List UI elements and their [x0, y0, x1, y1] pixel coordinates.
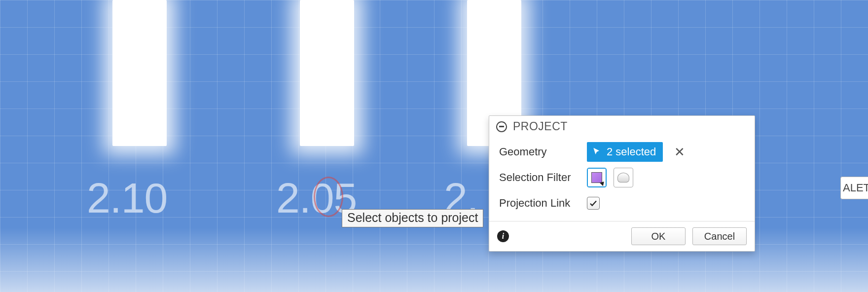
slot-shape	[112, 0, 167, 146]
dimension-value[interactable]: 2.10	[87, 174, 167, 222]
row-selection-filter: Selection Filter	[499, 165, 746, 190]
slot-shape	[300, 0, 354, 146]
projection-link-checkbox[interactable]	[587, 197, 600, 210]
filter-bodies-button[interactable]	[614, 168, 633, 187]
dialog-title: PROJECT	[513, 120, 568, 133]
body-icon	[617, 173, 629, 182]
project-dialog: PROJECT Geometry 2 selected ✕ Selection …	[489, 115, 755, 252]
collapse-icon[interactable]	[496, 121, 507, 132]
row-geometry: Geometry 2 selected ✕	[499, 139, 746, 165]
dialog-header: PROJECT	[489, 116, 755, 138]
clear-selection-button[interactable]: ✕	[673, 145, 687, 160]
side-palette-label: ALET	[843, 182, 868, 194]
projection-link-label: Projection Link	[499, 197, 587, 210]
hover-tooltip: Select objects to project	[342, 209, 483, 227]
ok-button[interactable]: OK	[631, 227, 686, 245]
row-projection-link: Projection Link	[499, 190, 746, 216]
info-icon[interactable]: i	[497, 230, 509, 242]
face-icon	[591, 172, 602, 183]
check-icon	[589, 199, 598, 208]
selection-filter-label: Selection Filter	[499, 171, 587, 184]
side-palette-tab[interactable]: ALET	[840, 177, 868, 199]
geometry-selection-count: 2 selected	[607, 146, 656, 158]
geometry-selection-chip[interactable]: 2 selected	[587, 142, 663, 162]
cursor-icon	[592, 147, 602, 157]
cancel-button[interactable]: Cancel	[692, 227, 747, 245]
geometry-label: Geometry	[499, 146, 587, 158]
filter-faces-button[interactable]	[587, 168, 607, 187]
highlight-ring-icon	[314, 177, 343, 217]
